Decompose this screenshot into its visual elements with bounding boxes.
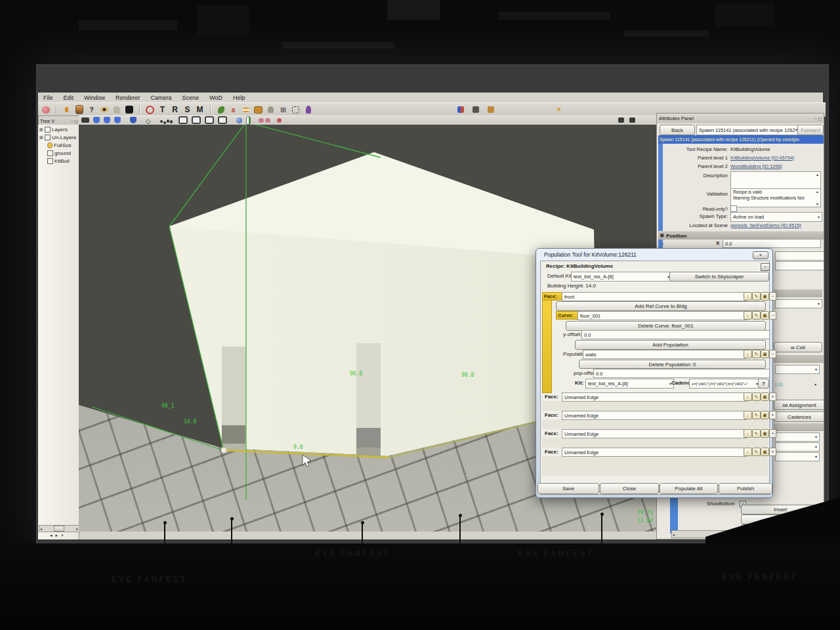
dialog-close-button[interactable]: ×: [753, 251, 768, 259]
sun-icon[interactable]: ☀: [554, 105, 564, 114]
edit-icon[interactable]: ✎: [752, 350, 761, 358]
spawn-selector[interactable]: Spawn 115141 (associated with recipe 126…: [696, 125, 800, 135]
spin-up-icon[interactable]: ▴: [816, 173, 818, 177]
collapse-population-button[interactable]: −: [769, 350, 776, 358]
fragment-field[interactable]: ▾: [775, 299, 822, 308]
swirl-icon[interactable]: [41, 105, 51, 114]
lamp-icon[interactable]: [303, 105, 313, 114]
menu-window[interactable]: Window: [84, 94, 105, 101]
equals-icon[interactable]: [241, 105, 251, 114]
tree-item-unlayered[interactable]: ⊞ Un-Layere: [39, 135, 79, 140]
flag-icon[interactable]: [629, 117, 635, 124]
curve-name-field[interactable]: floor_001: [578, 311, 747, 320]
export-icon[interactable]: ↓: [744, 411, 752, 419]
expand-face-button[interactable]: +: [769, 429, 776, 438]
expand-icon[interactable]: ⊞: [660, 233, 664, 238]
cadences-button-fragment[interactable]: Cadences: [774, 411, 824, 422]
links-icon[interactable]: [160, 117, 163, 124]
case-icon[interactable]: [253, 105, 263, 114]
edge-face-field[interactable]: Unnamed Edge: [562, 448, 747, 457]
forward-button[interactable]: Forward: [797, 125, 824, 135]
stamp-icon[interactable]: ▣: [761, 429, 769, 438]
parent2-link[interactable]: WorldBuilding [ID:1056]: [730, 163, 782, 169]
red-a-icon[interactable]: a: [228, 105, 238, 114]
stamp-icon[interactable]: ▣: [761, 292, 769, 301]
collapse-face-button[interactable]: −: [769, 292, 776, 301]
material-assignment-button-fragment[interactable]: ial Assignment: [774, 400, 824, 410]
tool-scale[interactable]: S: [182, 105, 192, 114]
minus-one-link[interactable]: (-1): [775, 381, 783, 387]
portrait-icon[interactable]: [74, 105, 84, 114]
edit-icon[interactable]: ✎: [752, 411, 761, 419]
pink-dot-icon[interactable]: [259, 117, 264, 124]
fragment-field[interactable]: [775, 251, 824, 261]
tag-icon[interactable]: [486, 105, 495, 114]
viewport-layout-icon[interactable]: [205, 116, 214, 125]
cell-button-fragment[interactable]: w Cell: [774, 342, 822, 352]
expander-icon[interactable]: ⊞: [39, 127, 43, 133]
no-entry-icon[interactable]: [145, 105, 155, 114]
export-icon[interactable]: ↓: [744, 311, 752, 320]
panel-close-icon[interactable]: ×: [823, 116, 824, 121]
orange-dot-icon[interactable]: [62, 105, 72, 114]
viewport-layout-icon[interactable]: [178, 116, 188, 125]
leaf-icon[interactable]: [216, 105, 226, 114]
tree-minimize-icon[interactable]: −: [71, 119, 74, 123]
kit-select[interactable]: test_bst_res_A-[8] ▾: [585, 379, 674, 388]
export-icon[interactable]: ↓: [744, 429, 752, 438]
menu-file[interactable]: File: [43, 94, 53, 101]
scroll-left-icon[interactable]: ◂: [673, 532, 675, 537]
populate-all-button[interactable]: Populate All: [660, 483, 718, 494]
tree-item-ground[interactable]: ground: [47, 150, 79, 156]
edge-face-field[interactable]: Unnamed Edge: [562, 392, 747, 402]
edit-icon[interactable]: ✎: [752, 429, 761, 438]
tree-item-kitbuilding[interactable]: KitBuil: [47, 158, 79, 164]
lock-icon[interactable]: [471, 105, 480, 114]
expand-face-button[interactable]: +: [769, 411, 776, 419]
scroll-thumb[interactable]: [54, 526, 64, 531]
expander-icon[interactable]: ⊞: [39, 135, 43, 140]
expand-face-button[interactable]: +: [769, 448, 776, 456]
fragment-field[interactable]: ▾: [775, 365, 820, 374]
stamp-icon[interactable]: ▣: [761, 448, 769, 456]
delete-curve-button[interactable]: Delete Curve: floor_001: [566, 321, 766, 331]
population-tool-dialog[interactable]: Population Tool for KitVolume:126211 × R…: [536, 248, 773, 498]
spawn-type-select[interactable]: Active on load ▾: [730, 212, 822, 222]
red-dot-icon[interactable]: [277, 117, 282, 124]
edit-icon[interactable]: ✎: [752, 311, 761, 320]
marquee-icon[interactable]: [291, 105, 301, 114]
default-kit-select[interactable]: test_bst_res_A-[8] ▾: [571, 272, 672, 282]
shield-icon[interactable]: [104, 117, 110, 125]
gem-icon[interactable]: [130, 117, 136, 125]
export-icon[interactable]: ↓: [744, 292, 752, 301]
wrench-icon[interactable]: [618, 117, 624, 124]
tree-maximize-icon[interactable]: ▢: [74, 119, 78, 123]
camera-icon[interactable]: [81, 117, 89, 124]
close-button[interactable]: Close: [600, 483, 659, 494]
selected-spawn-header[interactable]: Spawn 115141 (associated with recipe 126…: [658, 135, 824, 144]
sphere-icon[interactable]: [236, 117, 242, 125]
cadence-field[interactable]: c=["vWC"];f=["vW2"];b=["vW2"+" ▾: [689, 379, 761, 388]
fragment-field[interactable]: [775, 261, 824, 270]
scroll-left-icon[interactable]: ◂: [40, 526, 42, 531]
switch-skyscraper-button[interactable]: Switch to Skyscraper: [669, 272, 769, 282]
back-button[interactable]: Back: [660, 125, 695, 135]
menu-camera[interactable]: Camera: [151, 94, 172, 101]
edge-face-field[interactable]: Unnamed Edge: [562, 429, 747, 438]
cadence-help-button[interactable]: ?: [758, 379, 769, 388]
tree-item-layers[interactable]: ⊞ Layers: [39, 127, 79, 133]
viewport-layout-icon[interactable]: [218, 116, 227, 125]
menu-wod[interactable]: WoD: [209, 94, 222, 101]
tree-hscrollbar[interactable]: ◂ ▸: [39, 525, 79, 532]
x-value-field[interactable]: 0.0: [723, 239, 821, 248]
nav-forward-icon[interactable]: ▸: [56, 533, 58, 538]
save-button[interactable]: Save: [537, 483, 599, 494]
shield-icon[interactable]: [93, 117, 100, 125]
swap-icon[interactable]: [455, 105, 465, 114]
tool-move[interactable]: M: [195, 105, 205, 114]
delete-population-button[interactable]: Delete Population: 0: [579, 360, 766, 369]
edit-icon[interactable]: ✎: [752, 292, 761, 301]
expand-face-button[interactable]: +: [769, 392, 776, 401]
face-name-field[interactable]: front: [562, 292, 747, 301]
diamond-icon[interactable]: ◇: [146, 117, 151, 125]
